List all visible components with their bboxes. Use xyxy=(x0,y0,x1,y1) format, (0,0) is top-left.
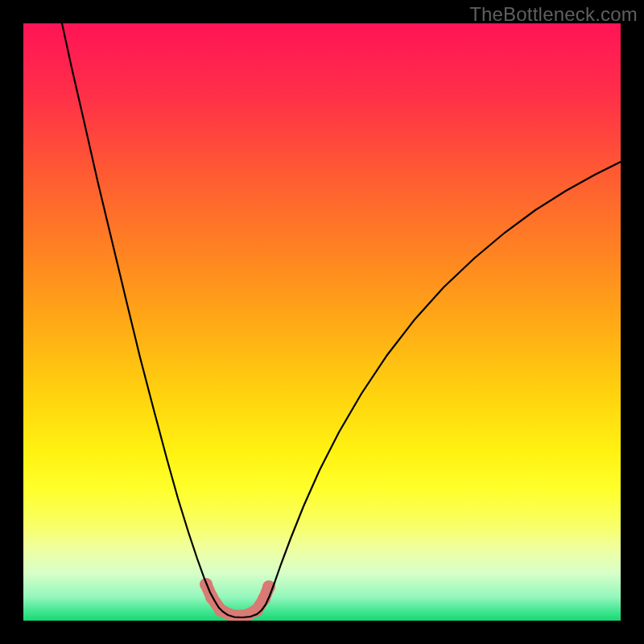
chart-plot-area xyxy=(23,23,621,621)
watermark-text: TheBottleneck.com xyxy=(469,3,638,26)
chart-background xyxy=(23,23,621,621)
chart-svg xyxy=(23,23,621,621)
